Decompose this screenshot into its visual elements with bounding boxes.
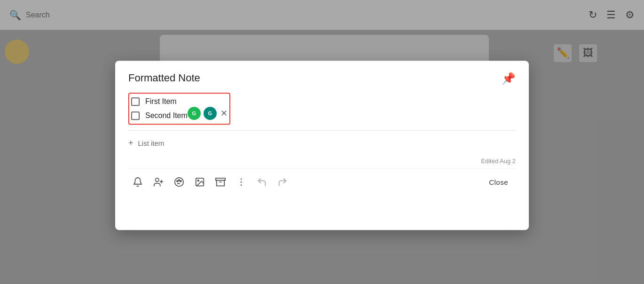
modal-title: Formatted Note [128, 72, 200, 84]
svg-point-6 [179, 180, 180, 181]
divider-1 [128, 130, 516, 131]
svg-point-12 [241, 178, 242, 180]
image-icon[interactable] [190, 173, 209, 191]
archive-icon[interactable] [211, 173, 230, 191]
highlight-box: First Item Second Item G G ✕ [128, 93, 230, 125]
check-label-2: Second Item [145, 111, 188, 120]
svg-point-9 [197, 180, 199, 181]
close-button[interactable]: Close [481, 174, 516, 190]
svg-point-7 [180, 181, 181, 182]
checkbox-2[interactable] [131, 111, 140, 120]
grammarly-badges: G G ✕ [188, 107, 228, 120]
pin-icon[interactable]: 📌 [502, 72, 516, 85]
svg-point-4 [175, 178, 183, 186]
svg-point-14 [241, 184, 242, 186]
add-plus-icon: + [128, 138, 134, 148]
grammarly-badge-2[interactable]: G [204, 107, 217, 120]
undo-icon[interactable] [252, 173, 271, 191]
add-item-label: List item [138, 139, 165, 147]
checklist: First Item Second Item G G ✕ [128, 93, 516, 126]
check-label-1: First Item [145, 97, 177, 106]
palette-icon[interactable] [170, 173, 188, 191]
note-modal: Formatted Note 📌 First Item Second Item … [115, 61, 529, 230]
svg-rect-10 [216, 178, 225, 181]
more-icon[interactable] [232, 173, 251, 191]
add-person-icon[interactable] [149, 173, 168, 191]
bell-icon[interactable] [128, 173, 147, 191]
svg-point-13 [241, 181, 242, 183]
modal-header: Formatted Note 📌 [128, 72, 516, 85]
check-item-2-row: Second Item G G ✕ [131, 109, 228, 123]
checkbox-1[interactable] [131, 97, 140, 106]
svg-point-5 [177, 181, 178, 182]
modal-footer: Close [128, 168, 516, 198]
redo-icon[interactable] [273, 173, 292, 191]
edited-timestamp: Edited Aug 2 [128, 152, 516, 168]
add-list-item-row[interactable]: + List item [128, 134, 516, 152]
grammarly-close-icon[interactable]: ✕ [220, 108, 228, 118]
svg-point-1 [156, 178, 159, 181]
check-item-2[interactable]: Second Item [131, 109, 188, 123]
grammarly-badge-1[interactable]: G [188, 107, 201, 120]
